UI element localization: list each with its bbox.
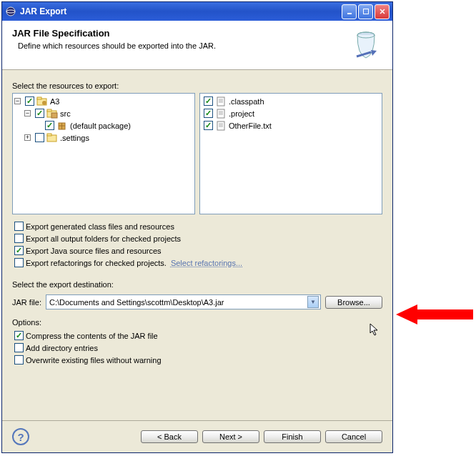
banner-subheading: Define which resources should be exporte…	[12, 41, 351, 50]
svg-rect-3	[363, 9, 368, 14]
file-icon	[215, 120, 227, 132]
tree-node-src: − src	[14, 107, 193, 119]
projects-tree[interactable]: − A3 − src	[12, 93, 195, 214]
destination-label: Select the export destination:	[12, 280, 382, 289]
help-icon[interactable]: ?	[12, 428, 29, 445]
wizard-banner: JAR File Specification Define which reso…	[2, 21, 392, 70]
dropdown-icon[interactable]: ▼	[307, 296, 319, 308]
tree-label: (default package)	[70, 122, 131, 130]
cancel-button[interactable]: Cancel	[325, 430, 382, 443]
file-icon	[215, 96, 227, 107]
window-title: JAR Export	[20, 6, 66, 16]
svg-rect-11	[47, 109, 51, 111]
checkbox-default-package[interactable]	[45, 121, 54, 130]
file-label: .classpath	[229, 97, 264, 106]
wizard-footer: ? < Back Next > Finish Cancel	[2, 420, 392, 452]
checkbox-export-output[interactable]	[14, 234, 24, 243]
options-label: Options:	[12, 318, 382, 327]
folder-icon	[46, 132, 58, 144]
checkbox-export-class[interactable]	[14, 222, 24, 231]
finish-button[interactable]: Finish	[264, 430, 321, 443]
checkbox-export-source[interactable]	[14, 246, 24, 255]
package-icon	[56, 120, 68, 132]
collapse-icon[interactable]: −	[14, 98, 21, 104]
checkbox-a3[interactable]	[25, 96, 34, 106]
file-label: OtherFile.txt	[229, 122, 272, 130]
file-label: .project	[229, 109, 254, 118]
checkbox-add-directory[interactable]	[14, 343, 24, 352]
file-icon	[215, 108, 227, 119]
checkbox-classpath[interactable]	[204, 96, 213, 106]
option-label: Export generated class files and resourc…	[26, 222, 174, 231]
source-folder-icon	[46, 108, 58, 119]
list-item: .project	[202, 107, 380, 119]
banner-heading: JAR File Specification	[12, 28, 351, 39]
expand-icon[interactable]: +	[24, 134, 31, 141]
back-button[interactable]: < Back	[141, 430, 198, 443]
close-button[interactable]	[375, 4, 390, 19]
files-tree[interactable]: .classpath .project OtherFile.txt	[199, 93, 382, 214]
checkbox-settings[interactable]	[35, 133, 44, 142]
option-label: Export Java source files and resources	[26, 247, 162, 255]
minimize-button[interactable]	[342, 4, 357, 19]
option-label: Export refactorings for checked projects…	[26, 259, 167, 267]
tree-node-settings: + .settings	[14, 132, 193, 144]
checkbox-overwrite[interactable]	[14, 355, 24, 365]
tree-node-default-package: (default package)	[14, 119, 193, 132]
checkbox-otherfile[interactable]	[204, 121, 213, 130]
svg-rect-16	[217, 97, 224, 106]
svg-marker-19	[396, 304, 473, 324]
resources-label: Select the resources to export:	[12, 81, 382, 90]
jar-file-label: JAR file:	[12, 298, 41, 307]
svg-point-0	[6, 7, 15, 16]
svg-rect-8	[37, 97, 41, 99]
tree-label: src	[60, 109, 71, 118]
svg-point-9	[42, 101, 46, 105]
tree-label: A3	[50, 97, 59, 106]
project-icon	[36, 96, 48, 107]
collapse-icon[interactable]: −	[24, 110, 31, 117]
checkbox-project[interactable]	[204, 109, 213, 118]
jar-export-dialog: JAR Export JAR File Specification Define…	[1, 1, 393, 453]
select-refactorings-link[interactable]: Select refactorings...	[171, 259, 242, 267]
eclipse-icon	[5, 6, 16, 17]
svg-rect-15	[47, 134, 51, 136]
list-item: .classpath	[202, 95, 380, 107]
browse-button[interactable]: Browse...	[325, 296, 382, 309]
checkbox-src[interactable]	[35, 109, 44, 118]
list-item: OtherFile.txt	[202, 119, 380, 132]
svg-rect-12	[51, 113, 57, 118]
option-label: Add directory entries	[26, 344, 98, 352]
jar-file-combo[interactable]: C:\Documents and Settings\scottm\Desktop…	[46, 294, 321, 309]
svg-marker-6	[371, 50, 377, 56]
svg-rect-18	[217, 122, 224, 130]
jar-file-value: C:\Documents and Settings\scottm\Desktop…	[49, 298, 307, 307]
annotation-arrow	[396, 300, 473, 329]
tree-node-a3: − A3	[14, 95, 193, 107]
checkbox-export-refactorings[interactable]	[14, 258, 24, 267]
tree-label: .settings	[60, 134, 89, 142]
svg-rect-2	[347, 13, 352, 14]
titlebar[interactable]: JAR Export	[2, 2, 392, 21]
jar-icon	[351, 28, 382, 62]
maximize-button[interactable]	[358, 4, 373, 19]
checkbox-compress[interactable]	[14, 331, 24, 340]
next-button[interactable]: Next >	[202, 430, 259, 443]
option-label: Export all output folders for checked pr…	[26, 234, 181, 243]
option-label: Overwrite existing files without warning	[26, 356, 162, 365]
svg-rect-17	[217, 109, 224, 118]
option-label: Compress the contents of the JAR file	[26, 332, 158, 340]
